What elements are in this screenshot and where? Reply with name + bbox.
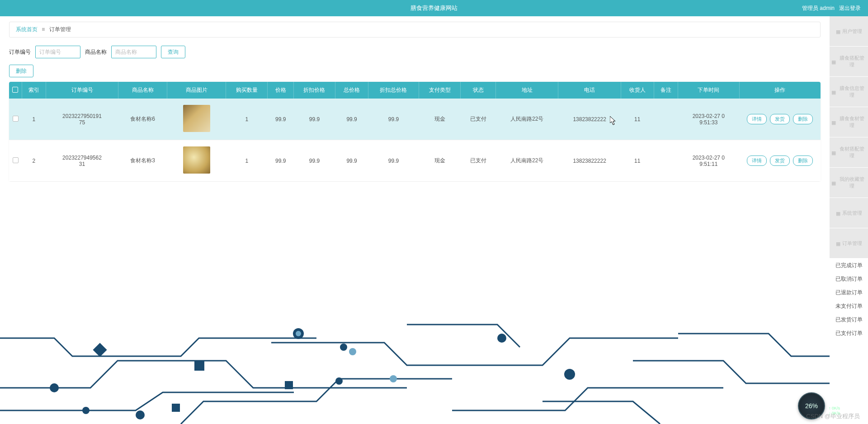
cell-orderno: 2023227950191 75 bbox=[46, 99, 118, 140]
cell-index: 2 bbox=[22, 140, 46, 182]
cell-index: 1 bbox=[22, 99, 46, 140]
order-no-label: 订单编号 bbox=[9, 48, 31, 56]
sidebar-item-meal-info[interactable]: ▦膳食信息管理 bbox=[830, 77, 868, 107]
logout-link[interactable]: 退出登录 bbox=[839, 5, 861, 12]
detail-button[interactable]: 详情 bbox=[747, 155, 767, 166]
cell-discount: 99.9 bbox=[293, 99, 335, 140]
sidebar-item-user[interactable]: ▦用户管理 bbox=[830, 16, 868, 47]
cell-qty: 1 bbox=[226, 99, 268, 140]
cell-price: 99.9 bbox=[268, 140, 293, 182]
cell-remark bbox=[654, 99, 678, 140]
th-goodsname: 商品名称 bbox=[118, 82, 167, 99]
admin-label[interactable]: 管理员 admin bbox=[802, 5, 835, 12]
th-total: 总价格 bbox=[335, 82, 368, 99]
th-address: 地址 bbox=[496, 82, 558, 99]
th-paytype: 支付类型 bbox=[419, 82, 460, 99]
delete-button[interactable]: 删除 bbox=[9, 65, 33, 77]
cell-total: 99.9 bbox=[335, 99, 368, 140]
cell-receiver: 11 bbox=[621, 140, 654, 182]
sidebar-item-food-match[interactable]: ▦食材搭配管理 bbox=[830, 137, 868, 168]
grid-icon: ▦ bbox=[831, 120, 836, 124]
th-price: 价格 bbox=[268, 82, 293, 99]
order-no-input[interactable] bbox=[35, 46, 80, 58]
row-delete-button[interactable]: 删除 bbox=[793, 155, 813, 166]
ship-button[interactable]: 发货 bbox=[770, 155, 790, 166]
cell-paytype: 现金 bbox=[419, 99, 460, 140]
cell-address: 人民南路22号 bbox=[496, 140, 558, 182]
grid-icon: ▦ bbox=[831, 150, 836, 155]
th-distotal: 折扣总价格 bbox=[368, 82, 419, 99]
cell-distotal: 99.9 bbox=[368, 140, 419, 182]
cell-paytype: 现金 bbox=[419, 140, 460, 182]
th-receiver: 收货人 bbox=[621, 82, 654, 99]
goods-name-input[interactable] bbox=[111, 46, 156, 58]
cell-status: 已支付 bbox=[461, 99, 496, 140]
cell-time: 2023-02-27 0 9:51:11 bbox=[678, 140, 739, 182]
cell-address: 人民南路22号 bbox=[496, 99, 558, 140]
th-remark: 备注 bbox=[654, 82, 678, 99]
goods-name-label: 商品名称 bbox=[85, 48, 107, 56]
cell-discount: 99.9 bbox=[293, 140, 335, 182]
checkbox-all[interactable] bbox=[12, 87, 18, 93]
grid-icon: ▦ bbox=[831, 180, 836, 182]
th-action: 操作 bbox=[739, 82, 821, 99]
cell-time: 2023-02-27 0 9:51:33 bbox=[678, 99, 739, 140]
breadcrumb-separator: ≡ bbox=[42, 26, 45, 33]
cell-receiver: 11 bbox=[621, 99, 654, 140]
sidebar-item-favorites[interactable]: ▦我的收藏管理 bbox=[830, 168, 868, 182]
th-qty: 购买数量 bbox=[226, 82, 268, 99]
cell-phone: 13823822222 bbox=[558, 99, 621, 140]
site-title: 膳食营养健康网站 bbox=[410, 4, 458, 12]
th-time: 下单时间 bbox=[678, 82, 739, 99]
sidebar-item-meal-match[interactable]: ▦膳食搭配管理 bbox=[830, 47, 868, 77]
th-phone: 电话 bbox=[558, 82, 621, 99]
row-delete-button[interactable]: 删除 bbox=[793, 114, 813, 124]
cell-price: 99.9 bbox=[268, 99, 293, 140]
th-goodsimg: 商品图片 bbox=[167, 82, 226, 99]
orders-table-wrap: 索引 订单编号 商品名称 商品图片 购买数量 价格 折扣价格 总价格 折扣总价格… bbox=[9, 82, 821, 182]
cell-goodsname: 食材名称3 bbox=[118, 140, 167, 182]
product-image bbox=[183, 146, 210, 174]
cell-remark bbox=[654, 140, 678, 182]
grid-icon: ▦ bbox=[831, 59, 836, 64]
row-checkbox[interactable] bbox=[13, 157, 19, 163]
cell-total: 99.9 bbox=[335, 140, 368, 182]
table-header-row: 索引 订单编号 商品名称 商品图片 购买数量 价格 折扣价格 总价格 折扣总价格… bbox=[9, 82, 821, 99]
query-button[interactable]: 查询 bbox=[161, 46, 185, 58]
cell-distotal: 99.9 bbox=[368, 99, 419, 140]
sidebar: ▦用户管理 ▦膳食搭配管理 ▦膳食信息管理 ▦膳食食材管理 ▦食材搭配管理 ▦我… bbox=[830, 16, 868, 182]
grid-icon: ▦ bbox=[836, 29, 840, 33]
sidebar-item-meal-food[interactable]: ▦膳食食材管理 bbox=[830, 107, 868, 137]
table-row: 1 2023227950191 75 食材名称6 1 99.9 99.9 99.… bbox=[9, 99, 821, 140]
cell-phone: 13823822222 bbox=[558, 140, 621, 182]
grid-icon: ▦ bbox=[831, 90, 836, 94]
breadcrumb-current: 订单管理 bbox=[49, 26, 71, 33]
breadcrumb: 系统首页 ≡ 订单管理 bbox=[9, 22, 821, 38]
th-orderno: 订单编号 bbox=[46, 82, 118, 99]
detail-button[interactable]: 详情 bbox=[747, 114, 767, 124]
table-row: 2 2023227949562 31 食材名称3 1 99.9 99.9 99.… bbox=[9, 140, 821, 182]
search-bar: 订单编号 商品名称 查询 bbox=[9, 46, 859, 58]
th-index: 索引 bbox=[22, 82, 46, 99]
breadcrumb-home[interactable]: 系统首页 bbox=[16, 26, 38, 33]
cell-qty: 1 bbox=[226, 140, 268, 182]
product-image bbox=[183, 105, 210, 132]
app-header: 膳食营养健康网站 管理员 admin 退出登录 bbox=[0, 0, 868, 16]
cell-status: 已支付 bbox=[461, 140, 496, 182]
cell-goodsname: 食材名称6 bbox=[118, 99, 167, 140]
cell-orderno: 2023227949562 31 bbox=[46, 140, 118, 182]
orders-table: 索引 订单编号 商品名称 商品图片 购买数量 价格 折扣价格 总价格 折扣总价格… bbox=[9, 82, 821, 182]
th-status: 状态 bbox=[461, 82, 496, 99]
ship-button[interactable]: 发货 bbox=[770, 114, 790, 124]
th-discount: 折扣价格 bbox=[293, 82, 335, 99]
row-checkbox[interactable] bbox=[13, 116, 19, 122]
